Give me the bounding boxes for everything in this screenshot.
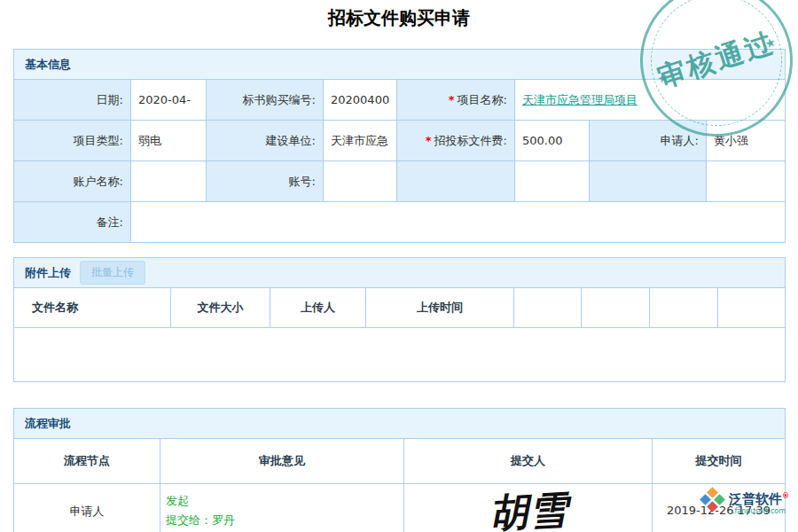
attachments-section: 附件上传 批量上传 文件名称 文件大小 上传人 上传时间 xyxy=(13,257,786,382)
project-name-cell: 天津市应急管理局项目 xyxy=(515,80,785,120)
attachments-section-header: 附件上传 批量上传 xyxy=(14,258,785,288)
attachments-col-empty xyxy=(582,288,649,327)
approval-row-signature-cell: 胡雪 xyxy=(404,484,652,532)
registered-mark: ® xyxy=(782,492,789,500)
account-no-value[interactable] xyxy=(324,161,396,201)
empty-label-cell xyxy=(397,161,514,201)
attachments-col-filesize: 文件大小 xyxy=(171,288,270,327)
attachments-col-empty xyxy=(650,288,717,327)
approval-row-opinion: 发起 提交给：罗丹 xyxy=(160,484,403,532)
page-title: 招标文件购买申请 xyxy=(0,6,798,30)
required-mark: * xyxy=(449,93,455,106)
fanpu-logo-icon xyxy=(701,489,724,511)
doc-fee-label: * 招投标文件费: xyxy=(397,121,514,160)
attachments-table-header: 文件名称 文件大小 上传人 上传时间 xyxy=(14,288,785,328)
applicant-label: 申请人: xyxy=(590,121,706,160)
bid-no-label: 标书购买编号: xyxy=(207,80,323,120)
approval-col-submitter: 提交人 xyxy=(404,439,652,483)
project-name-label-text: 项目名称: xyxy=(458,92,507,108)
empty-value-cell xyxy=(515,161,589,201)
project-type-value[interactable]: 弱电 xyxy=(131,121,206,160)
remark-label: 备注: xyxy=(14,202,130,242)
approval-table: 流程节点 审批意见 提交人 提交时间 申请人 发起 提交给：罗丹 胡雪 2019… xyxy=(14,439,785,532)
doc-fee-value[interactable]: 500.00 xyxy=(515,121,589,160)
applicant-value[interactable]: 黄小强 xyxy=(707,121,785,160)
approval-col-time: 提交时间 xyxy=(653,439,785,483)
fanpu-logo[interactable]: 泛普软件® .fanpusoft.com xyxy=(701,489,789,516)
date-label: 日期: xyxy=(14,80,130,120)
project-name-label: * 项目名称: xyxy=(397,80,514,120)
attachments-empty-body xyxy=(14,328,785,381)
approval-col-node: 流程节点 xyxy=(14,439,160,483)
remark-value[interactable] xyxy=(131,202,785,242)
basic-info-section: 基本信息 日期: 2020-04- 标书购买编号: 20200400 * 项目名… xyxy=(13,49,786,243)
doc-fee-label-text: 招投标文件费: xyxy=(434,133,507,149)
empty-value-cell xyxy=(707,161,785,201)
project-name-link[interactable]: 天津市应急管理局项目 xyxy=(522,92,638,108)
signature-image: 胡雪 xyxy=(488,484,568,532)
brand-name: 泛普软件® xyxy=(729,489,789,507)
fanpu-logo-text: 泛普软件® .fanpusoft.com xyxy=(729,489,789,516)
account-no-label: 账号: xyxy=(207,161,323,201)
account-name-value[interactable] xyxy=(131,161,206,201)
batch-upload-button[interactable]: 批量上传 xyxy=(80,261,145,285)
approval-col-opinion: 审批意见 xyxy=(160,439,403,483)
attachments-col-uploadtime: 上传时间 xyxy=(366,288,513,327)
basic-info-table: 日期: 2020-04- 标书购买编号: 20200400 * 项目名称: 天津… xyxy=(14,80,785,242)
approval-submit-to-text: 提交给：罗丹 xyxy=(166,511,398,530)
page: 招标文件购买申请 ★ 审核通过 ★ 基本信息 日期: 2020-04- 标书购买… xyxy=(0,0,798,532)
bid-no-value[interactable]: 20200400 xyxy=(324,80,396,120)
approval-section-title: 流程审批 xyxy=(14,409,785,439)
account-name-label: 账户名称: xyxy=(14,161,130,201)
approval-action-text: 发起 xyxy=(166,491,398,511)
date-value[interactable]: 2020-04- xyxy=(131,80,206,120)
project-type-label: 项目类型: xyxy=(14,121,130,160)
attachments-section-title: 附件上传 xyxy=(25,265,71,281)
approval-row-node: 申请人 xyxy=(14,484,160,532)
attachments-col-empty xyxy=(514,288,581,327)
attachments-col-uploader: 上传人 xyxy=(270,288,365,327)
empty-label-cell xyxy=(590,161,706,201)
brand-domain: .fanpusoft.com xyxy=(732,507,786,516)
build-unit-label: 建设单位: xyxy=(207,121,323,160)
attachments-col-filename: 文件名称 xyxy=(14,288,170,327)
basic-info-section-title: 基本信息 xyxy=(14,50,785,80)
attachments-col-empty xyxy=(718,288,785,327)
required-mark: * xyxy=(426,134,432,147)
brand-name-text: 泛普软件 xyxy=(729,491,782,507)
build-unit-value[interactable]: 天津市应急 xyxy=(324,121,396,160)
approval-section: 流程审批 流程节点 审批意见 提交人 提交时间 申请人 发起 提交给：罗丹 胡雪… xyxy=(13,408,786,532)
